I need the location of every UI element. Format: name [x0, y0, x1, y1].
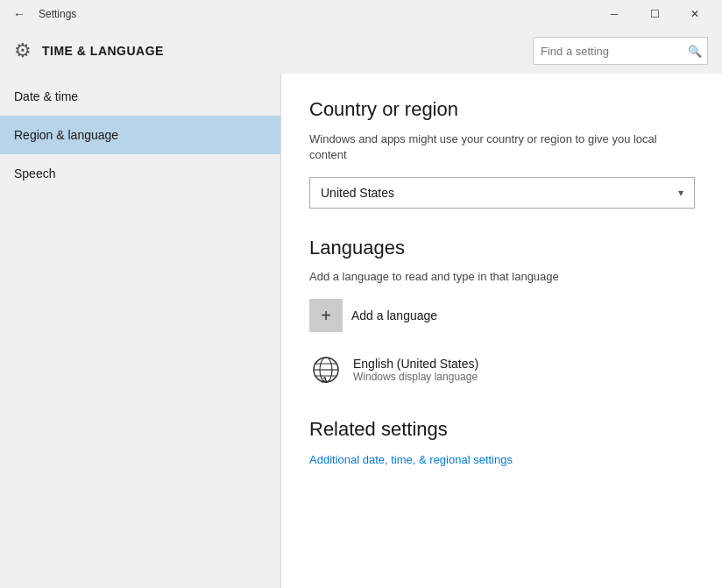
app-title: TIME & LANGUAGE — [42, 44, 522, 58]
sidebar-item-date-time[interactable]: Date & time — [0, 77, 280, 116]
search-icon: 🔍 — [688, 45, 702, 58]
language-item-english[interactable]: A English (United States) Windows displa… — [309, 350, 694, 390]
sidebar-item-speech[interactable]: Speech — [0, 154, 280, 193]
languages-section-title: Languages — [309, 237, 694, 259]
sidebar-item-label: Region & language — [14, 128, 118, 142]
minimize-icon: ─ — [611, 8, 619, 20]
window-title: Settings — [39, 8, 76, 20]
language-icon: A — [309, 353, 343, 386]
maximize-icon: ☐ — [650, 8, 660, 20]
country-section-description: Windows and apps might use your country … — [309, 131, 694, 163]
search-input[interactable] — [541, 45, 688, 58]
chevron-down-icon: ▾ — [678, 187, 683, 199]
language-name: English (United States) — [353, 357, 478, 371]
title-bar-left: ← Settings — [7, 2, 594, 26]
languages-section-description: Add a language to read and type in that … — [309, 270, 694, 283]
language-info: English (United States) Windows display … — [353, 357, 478, 383]
add-icon-box: + — [309, 299, 343, 332]
sidebar: Date & time Region & language Speech — [0, 74, 280, 588]
svg-text:A: A — [322, 375, 329, 385]
country-dropdown[interactable]: United States ▾ — [309, 177, 695, 209]
language-subtitle: Windows display language — [353, 371, 478, 383]
plus-icon: + — [321, 306, 331, 326]
language-svg-icon: A — [310, 354, 342, 386]
back-button[interactable]: ← — [7, 2, 32, 26]
add-language-button[interactable]: + Add a language — [309, 299, 694, 332]
close-icon: ✕ — [690, 8, 699, 20]
title-bar: ← Settings ─ ☐ ✕ — [0, 0, 722, 28]
search-box: 🔍 — [533, 37, 708, 65]
related-settings-link[interactable]: Additional date, time, & regional settin… — [309, 453, 513, 466]
settings-gear-icon: ⚙ — [14, 39, 32, 62]
back-icon: ← — [13, 7, 25, 21]
main-layout: Date & time Region & language Speech Cou… — [0, 74, 722, 588]
related-settings-title: Related settings — [309, 418, 694, 441]
sidebar-item-label: Speech — [14, 166, 55, 181]
maximize-button[interactable]: ☐ — [634, 0, 675, 28]
add-language-label: Add a language — [351, 308, 437, 322]
sidebar-item-region-language[interactable]: Region & language — [0, 116, 280, 154]
country-section-title: Country or region — [309, 98, 694, 121]
minimize-button[interactable]: ─ — [594, 0, 634, 28]
window-controls: ─ ☐ ✕ — [594, 0, 715, 28]
app-header: ⚙ TIME & LANGUAGE 🔍 — [0, 28, 722, 74]
content-area: Country or region Windows and apps might… — [281, 74, 722, 588]
country-dropdown-value: United States — [321, 186, 394, 200]
close-button[interactable]: ✕ — [675, 0, 715, 28]
sidebar-item-label: Date & time — [14, 89, 78, 103]
